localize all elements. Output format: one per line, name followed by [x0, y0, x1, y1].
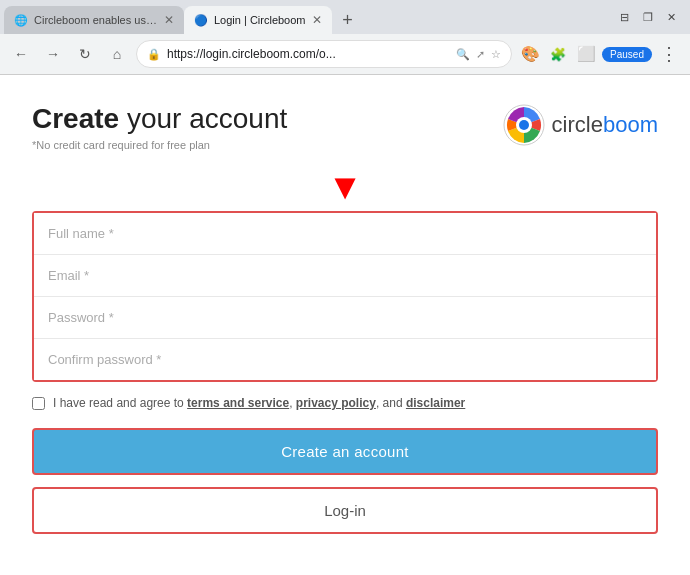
password-input[interactable]	[34, 297, 656, 339]
logo-blue: boom	[603, 112, 658, 137]
share-icon: ➚	[476, 48, 485, 61]
maximize-button[interactable]: ❐	[637, 9, 659, 26]
title-area: Create your account *No credit card requ…	[32, 103, 287, 151]
url-text: https://login.circleboom.com/o...	[167, 47, 450, 61]
puzzle-icon[interactable]: 🧩	[546, 42, 570, 66]
address-box[interactable]: 🔒 https://login.circleboom.com/o... 🔍 ➚ …	[136, 40, 512, 68]
tab-1-title: Circleboom enables users, b...	[34, 14, 158, 26]
reload-button[interactable]: ↻	[72, 41, 98, 67]
logo-area: circleboom	[502, 103, 658, 147]
create-account-button[interactable]: Create an account	[32, 428, 658, 475]
new-tab-button[interactable]: +	[334, 6, 362, 34]
forward-button[interactable]: →	[40, 41, 66, 67]
page-title: Create your account	[32, 103, 287, 135]
circleboom-logo-icon	[502, 103, 546, 147]
subtitle: *No credit card required for free plan	[32, 139, 287, 151]
header-row: Create your account *No credit card requ…	[32, 103, 658, 151]
close-button[interactable]: ✕	[661, 9, 682, 26]
agree-checkbox[interactable]	[32, 397, 45, 410]
tab-1[interactable]: 🌐 Circleboom enables users, b... ✕	[4, 6, 184, 34]
disclaimer-link[interactable]: disclaimer	[406, 396, 465, 410]
title-rest: your account	[119, 103, 287, 134]
arrow-container: ▼	[32, 169, 658, 205]
star-icon: ☆	[491, 48, 501, 61]
confirm-password-input[interactable]	[34, 339, 656, 380]
form-box	[32, 211, 658, 382]
search-icon: 🔍	[456, 48, 470, 61]
checkbox-row: I have read and agree to terms and servi…	[32, 396, 658, 410]
address-bar-row: ← → ↻ ⌂ 🔒 https://login.circleboom.com/o…	[0, 34, 690, 74]
tab-1-close[interactable]: ✕	[164, 13, 174, 27]
home-button[interactable]: ⌂	[104, 41, 130, 67]
tab-1-favicon: 🌐	[14, 14, 28, 27]
title-bold: Create	[32, 103, 119, 134]
browser-chrome: 🌐 Circleboom enables users, b... ✕ 🔵 Log…	[0, 0, 690, 75]
page-content: Create your account *No credit card requ…	[0, 75, 690, 575]
terms-link[interactable]: terms and service	[187, 396, 289, 410]
tab-2[interactable]: 🔵 Login | Circleboom ✕	[184, 6, 332, 34]
menu-button[interactable]: ⋮	[656, 43, 682, 65]
tab-2-close[interactable]: ✕	[312, 13, 322, 27]
privacy-link[interactable]: privacy policy	[296, 396, 376, 410]
checkbox-label: I have read and agree to terms and servi…	[53, 396, 465, 410]
logo-gray: circle	[552, 112, 603, 137]
back-button[interactable]: ←	[8, 41, 34, 67]
minimize-button[interactable]: ⊟	[614, 9, 635, 26]
logo-text: circleboom	[552, 112, 658, 138]
svg-point-3	[519, 120, 529, 130]
login-button[interactable]: Log-in	[32, 487, 658, 534]
tab-2-favicon: 🔵	[194, 14, 208, 27]
extensions-icon[interactable]: 🎨	[518, 42, 542, 66]
tab-2-title: Login | Circleboom	[214, 14, 306, 26]
email-input[interactable]	[34, 255, 656, 297]
fullname-input[interactable]	[34, 213, 656, 255]
profile-icon[interactable]: ⬜	[574, 42, 598, 66]
paused-badge[interactable]: Paused	[602, 47, 652, 62]
arrow-down-icon: ▼	[327, 169, 363, 205]
toolbar-right: 🎨 🧩 ⬜ Paused ⋮	[518, 42, 682, 66]
lock-icon: 🔒	[147, 48, 161, 61]
